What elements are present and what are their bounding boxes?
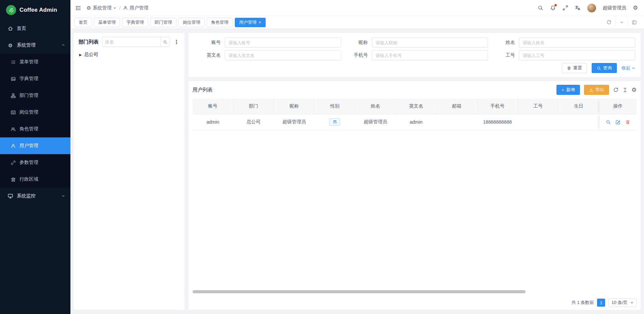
tab-label: 菜单管理 bbox=[98, 19, 116, 25]
tab-post-management[interactable]: 岗位管理 bbox=[178, 18, 205, 27]
reset-button[interactable]: 重置 bbox=[562, 63, 587, 73]
tab-menu-management[interactable]: 菜单管理 bbox=[94, 18, 120, 27]
tab-options-chevron-icon[interactable] bbox=[615, 18, 628, 26]
department-panel-title: 部门列表 bbox=[78, 39, 99, 45]
job-number-input[interactable] bbox=[519, 50, 635, 60]
col-header-email: 邮箱 bbox=[436, 99, 477, 114]
tree-expand-caret-icon[interactable]: ▶ bbox=[79, 53, 82, 57]
sidebar-item-home[interactable]: 首页 bbox=[0, 20, 70, 37]
tab-home[interactable]: 首页 bbox=[74, 18, 92, 27]
app-logo: Coffee Admin bbox=[0, 0, 70, 20]
col-header-account: 账号 bbox=[193, 99, 233, 114]
refresh-tab-button[interactable] bbox=[602, 18, 615, 26]
add-user-button[interactable]: + 新增 bbox=[556, 85, 580, 95]
download-icon bbox=[589, 88, 593, 92]
sidebar-item-post-management[interactable]: 岗位管理 bbox=[0, 104, 70, 121]
horizontal-scrollbar[interactable] bbox=[193, 290, 526, 293]
tab-role-management[interactable]: 角色管理 bbox=[207, 18, 233, 27]
refresh-table-button[interactable] bbox=[613, 87, 619, 92]
english-name-input[interactable] bbox=[225, 50, 341, 60]
gender-tag: 男 bbox=[329, 118, 340, 126]
topbar: ⚙ 系统管理 / 用户管理 bbox=[70, 0, 644, 16]
user-list-title: 用户列表 bbox=[193, 87, 213, 93]
tab-label: 字典管理 bbox=[126, 19, 144, 25]
sidebar-item-dict-management[interactable]: 字典管理 bbox=[0, 70, 70, 87]
page-size-select[interactable]: 10 条/页 bbox=[608, 298, 637, 307]
link-icon bbox=[10, 160, 16, 165]
field-account: 账号 bbox=[194, 38, 341, 48]
breadcrumb-label: 系统管理 bbox=[93, 5, 111, 11]
tab-dict-management[interactable]: 字典管理 bbox=[122, 18, 148, 27]
tree-node-label: 总公司 bbox=[84, 52, 98, 58]
row-height-icon[interactable] bbox=[623, 87, 628, 92]
nickname-input[interactable] bbox=[372, 38, 488, 48]
translate-icon[interactable] bbox=[575, 5, 581, 11]
search-icon bbox=[606, 120, 611, 125]
cell-phone: 18888888888 bbox=[477, 114, 518, 130]
filter-actions: 重置 查询 收起 bbox=[194, 63, 635, 73]
field-phone: 手机号 bbox=[341, 50, 488, 60]
sidebar-item-dept-management[interactable]: 部门管理 bbox=[0, 87, 70, 104]
phone-input[interactable] bbox=[372, 50, 488, 60]
col-header-birthday: 生日 bbox=[558, 99, 599, 114]
tab-label: 部门管理 bbox=[155, 19, 172, 25]
sidebar-item-param-management[interactable]: 参数管理 bbox=[0, 154, 70, 171]
sidebar-item-menu-management[interactable]: 菜单管理 bbox=[0, 54, 70, 70]
department-search-input[interactable] bbox=[102, 37, 161, 47]
tab-user-management[interactable]: 用户管理 × bbox=[235, 18, 266, 27]
current-username[interactable]: 超级管理员 bbox=[603, 5, 626, 11]
department-search-button[interactable] bbox=[161, 37, 169, 47]
filter-card: 账号 昵称 姓名 英文名 bbox=[189, 33, 641, 77]
settings-gear-icon[interactable]: ⚙ bbox=[633, 5, 638, 11]
search-button[interactable]: 查询 bbox=[592, 63, 617, 73]
sidebar-item-user-management[interactable]: 用户管理 bbox=[0, 137, 70, 154]
search-icon[interactable] bbox=[538, 5, 543, 11]
user-table: 账号 部门 昵称 性别 姓名 英文名 邮箱 手机号 工号 生日 bbox=[193, 99, 637, 130]
department-panel-header: 部门列表 ⋮ bbox=[78, 37, 180, 47]
column-settings-gear-icon[interactable]: ⚙ bbox=[632, 87, 637, 93]
export-button[interactable]: 导出 bbox=[584, 85, 609, 95]
account-input[interactable] bbox=[225, 38, 341, 48]
table-row: admin 总公司 超级管理员 男 超级管理员 admin 188 bbox=[193, 114, 637, 130]
sidebar-item-admin-region[interactable]: 行政区域 bbox=[0, 171, 70, 188]
tree-node-head-office[interactable]: ▶ 总公司 bbox=[79, 52, 179, 58]
sidebar-menu: 首页 ⚙ 系统管理 菜单管理 bbox=[0, 20, 70, 314]
breadcrumb-system-management[interactable]: ⚙ 系统管理 bbox=[87, 5, 116, 11]
page-size-value: 10 条/页 bbox=[611, 300, 628, 306]
tab-dept-management[interactable]: 部门管理 bbox=[150, 18, 176, 27]
page-number-button[interactable]: 1 bbox=[597, 299, 605, 307]
chevron-up-icon bbox=[61, 43, 65, 48]
user-avatar[interactable] bbox=[587, 4, 596, 12]
cell-english-name: admin bbox=[396, 114, 436, 130]
field-name: 姓名 bbox=[488, 38, 635, 48]
sidebar-item-label: 岗位管理 bbox=[19, 109, 65, 115]
view-user-button[interactable] bbox=[606, 120, 611, 125]
person-icon bbox=[10, 143, 16, 148]
notification-bell-icon[interactable] bbox=[550, 5, 556, 11]
cell-name: 超级管理员 bbox=[355, 114, 396, 130]
sidebar-item-label: 首页 bbox=[17, 25, 65, 32]
sidebar-item-label: 部门管理 bbox=[19, 92, 65, 99]
department-panel: 部门列表 ⋮ ▶ 总公司 bbox=[74, 33, 184, 310]
pagination: 共 1 条数据 1 10 条/页 bbox=[193, 295, 637, 310]
filter-form: 账号 昵称 姓名 英文名 bbox=[194, 38, 635, 60]
sidebar-item-label: 字典管理 bbox=[19, 76, 65, 82]
user-table-wrap: 账号 部门 昵称 性别 姓名 英文名 邮箱 手机号 工号 生日 bbox=[193, 99, 637, 295]
breadcrumb-user-management[interactable]: 用户管理 bbox=[123, 5, 148, 11]
more-vertical-icon[interactable]: ⋮ bbox=[173, 39, 180, 45]
name-input[interactable] bbox=[519, 38, 635, 48]
sidebar-collapse-button[interactable] bbox=[75, 5, 81, 11]
edit-user-button[interactable] bbox=[615, 120, 621, 125]
image-icon bbox=[10, 76, 16, 81]
sidebar-item-system-management[interactable]: ⚙ 系统管理 bbox=[0, 37, 70, 54]
sidebar-item-role-management[interactable]: 角色管理 bbox=[0, 121, 70, 137]
field-job-number: 工号 bbox=[488, 50, 635, 60]
main-column: ⚙ 系统管理 / 用户管理 bbox=[70, 0, 644, 314]
delete-user-button[interactable] bbox=[625, 120, 630, 125]
close-icon[interactable]: × bbox=[259, 20, 261, 24]
tabbar: 首页 菜单管理 字典管理 部门管理 岗位管理 角色管理 用户管理 × bbox=[70, 16, 644, 29]
layout-toggle-icon[interactable] bbox=[628, 18, 641, 26]
fullscreen-icon[interactable] bbox=[562, 5, 568, 11]
collapse-filters-link[interactable]: 收起 bbox=[622, 65, 635, 71]
sidebar-item-system-monitor[interactable]: 系统监控 bbox=[0, 188, 70, 204]
